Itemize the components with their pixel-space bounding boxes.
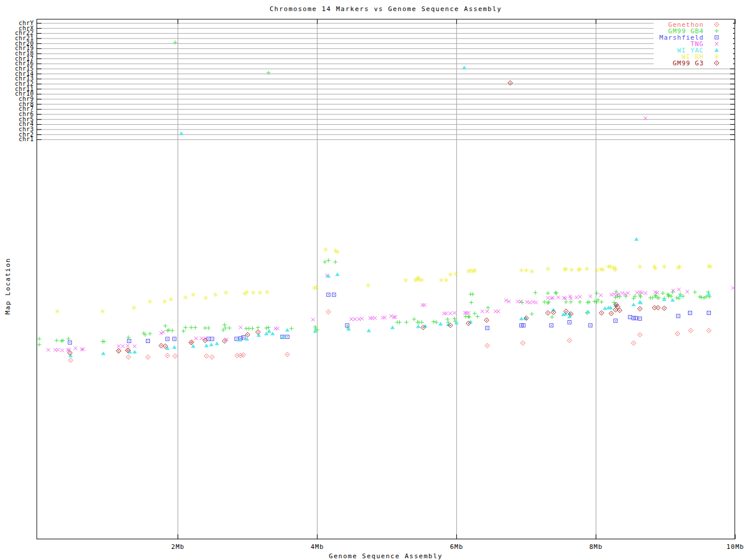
data-point-marker xyxy=(575,296,578,299)
data-point-marker xyxy=(146,340,149,343)
data-point-marker xyxy=(599,293,603,297)
data-point-marker xyxy=(519,324,523,327)
data-point-marker xyxy=(617,295,622,299)
data-point-marker xyxy=(569,300,573,304)
data-point-marker xyxy=(485,344,490,348)
data-point-marker xyxy=(353,317,357,321)
data-point-marker xyxy=(203,326,207,330)
data-point-marker xyxy=(522,324,525,327)
data-point-marker xyxy=(631,341,636,345)
x-tick-label: 6Mb xyxy=(450,543,463,551)
data-point-marker xyxy=(634,316,637,320)
data-point-marker xyxy=(366,328,371,332)
data-point-marker xyxy=(404,278,408,282)
series-gb4 xyxy=(37,258,712,346)
data-point-marker xyxy=(374,316,377,320)
data-point-marker xyxy=(276,327,280,330)
data-point-marker xyxy=(606,264,610,269)
data-point-marker xyxy=(473,312,477,316)
data-point-marker xyxy=(632,316,636,320)
data-point-marker xyxy=(469,300,473,304)
x-tick-label: 8Mb xyxy=(589,543,603,551)
data-point-marker xyxy=(235,353,239,358)
chromosome-hit-chr12 xyxy=(508,80,512,85)
data-point-marker xyxy=(165,353,170,358)
data-point-marker xyxy=(127,340,131,343)
data-point-marker xyxy=(550,315,554,319)
data-point-marker xyxy=(247,327,251,331)
data-point-marker xyxy=(265,290,269,295)
data-point-marker xyxy=(519,317,524,320)
data-point-marker xyxy=(661,291,665,295)
data-point-marker xyxy=(546,301,550,305)
data-point-marker xyxy=(599,310,604,315)
data-point-marker xyxy=(599,300,603,304)
data-point-marker xyxy=(37,342,41,346)
data-point-marker xyxy=(609,264,613,269)
data-point-marker xyxy=(675,331,680,336)
legend-label: GM99 G3 xyxy=(673,60,704,67)
data-point-marker xyxy=(546,291,550,295)
data-point-marker xyxy=(404,320,409,324)
data-point-marker xyxy=(121,344,124,348)
data-point-marker xyxy=(652,306,657,310)
data-point-marker xyxy=(132,306,136,310)
data-point-marker xyxy=(589,295,592,298)
data-point-marker xyxy=(431,320,435,324)
data-point-marker xyxy=(609,311,613,316)
data-point-marker xyxy=(470,292,474,296)
data-point-marker xyxy=(267,326,271,330)
data-point-marker xyxy=(444,278,448,282)
series-g3 xyxy=(68,302,666,355)
data-point-marker xyxy=(550,324,553,327)
data-point-marker xyxy=(672,289,675,292)
data-point-marker xyxy=(434,320,438,324)
data-point-marker xyxy=(215,341,219,345)
data-point-marker xyxy=(204,296,208,300)
data-point-marker xyxy=(626,292,630,295)
data-point-marker xyxy=(383,316,386,319)
data-point-marker xyxy=(193,326,197,330)
data-point-marker xyxy=(707,292,711,296)
data-point-marker xyxy=(68,351,72,355)
data-point-marker xyxy=(507,300,511,303)
data-point-marker xyxy=(345,324,349,327)
data-point-marker xyxy=(204,344,209,347)
data-point-marker xyxy=(173,337,176,341)
data-point-marker xyxy=(285,328,289,331)
data-point-marker xyxy=(662,298,666,301)
data-point-marker xyxy=(350,317,353,321)
data-point-marker xyxy=(671,298,675,302)
data-point-marker xyxy=(214,292,218,297)
data-point-marker xyxy=(228,326,232,330)
data-point-marker xyxy=(521,341,525,345)
data-point-marker xyxy=(634,237,639,240)
data-point-marker xyxy=(578,295,582,299)
x-tick-label: 4Mb xyxy=(310,543,324,551)
data-point-marker xyxy=(497,310,500,313)
data-point-marker xyxy=(285,335,289,338)
data-point-marker xyxy=(270,332,275,335)
data-point-marker xyxy=(546,267,550,271)
data-point-marker xyxy=(366,283,370,288)
data-point-marker xyxy=(37,337,41,341)
data-point-marker xyxy=(637,306,642,311)
data-point-marker xyxy=(326,310,331,314)
data-point-marker xyxy=(547,300,551,304)
data-point-marker xyxy=(677,288,680,291)
data-point-marker xyxy=(467,315,471,319)
data-point-marker xyxy=(148,332,152,336)
data-point-marker xyxy=(264,326,268,330)
data-point-marker xyxy=(169,297,173,302)
data-point-marker xyxy=(546,296,550,300)
data-point-marker xyxy=(126,355,131,359)
data-point-marker xyxy=(210,355,214,359)
data-point-marker xyxy=(61,349,64,352)
data-point-marker xyxy=(326,258,330,262)
data-point-marker xyxy=(189,326,193,330)
chart-title: Chromosome 14 Markers vs Genome Sequence… xyxy=(37,5,735,13)
data-point-marker xyxy=(68,341,72,344)
chart-canvas: chrYchrXchr22chr21chr20chr19chr18chr17ch… xyxy=(0,0,747,560)
data-point-marker xyxy=(535,301,538,304)
data-point-marker xyxy=(239,326,242,329)
